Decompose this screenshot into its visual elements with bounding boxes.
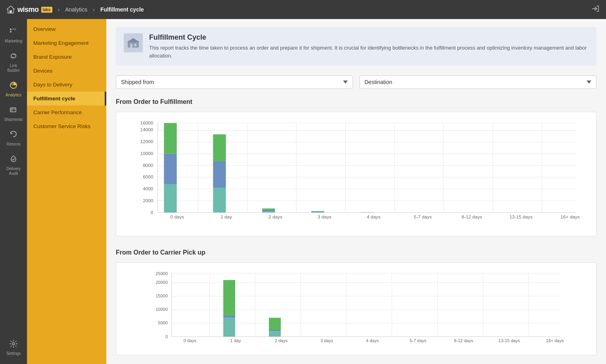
home-icon (6, 5, 15, 14)
subnav-fulfillment-cycle[interactable]: Fulfillment cycle (27, 92, 106, 105)
nav-label-delivery-audit: Delivery Audit (3, 167, 24, 176)
svg-text:6000: 6000 (143, 174, 153, 180)
subnav-devices[interactable]: Devices (27, 64, 106, 78)
chart1-area: 2000 4000 6000 8000 10000 12000 14000 (123, 119, 590, 230)
nav-item-shipments[interactable]: Shipments (2, 102, 25, 125)
chart1-title: From Order to Fulfillment (116, 98, 596, 105)
svg-text:5-7 days: 5-7 days (414, 214, 431, 220)
nav-label-marketing: Marketing (5, 39, 22, 44)
nav-label-analytics: Analytics (6, 93, 21, 98)
subnav-days-to-delivery[interactable]: Days to Delivery (27, 78, 106, 92)
svg-text:2 days: 2 days (268, 214, 282, 220)
bar2-green-2 (269, 318, 281, 330)
nav-label-returns: Returns (6, 142, 20, 147)
svg-text:14000: 14000 (140, 127, 153, 132)
nav-item-delivery-audit[interactable]: Delivery Audit (2, 151, 25, 179)
nav-item-marketing[interactable]: Ad Marketing (2, 24, 25, 47)
bar-teal-2 (262, 211, 275, 213)
subnav-carrier-performance[interactable]: Carrier Performance (27, 105, 106, 119)
svg-text:0 days: 0 days (170, 214, 184, 220)
breadcrumb-current: Fulfillment cycle (100, 6, 144, 13)
svg-text:13-15 days: 13-15 days (499, 338, 520, 343)
nav-item-returns[interactable]: Returns (2, 127, 25, 150)
chart2-svg: 5000 10000 15000 20000 25000 0 (123, 269, 590, 349)
chart2-section: From Order to Carrier Pick up 5000 10000… (116, 249, 596, 355)
svg-text:16+ days: 16+ days (560, 214, 579, 220)
chart1-container: 2000 4000 6000 8000 10000 12000 14000 (116, 112, 596, 236)
main-layout: Ad Marketing Link Builder Analytics Ship… (0, 19, 606, 364)
report-icon (124, 33, 143, 52)
nav-label-shipments: Shipments (4, 117, 23, 122)
svg-text:2000: 2000 (143, 198, 153, 203)
report-header: Fulfillment Cycle This report tracks the… (116, 27, 596, 66)
chart2-area: 5000 10000 15000 20000 25000 0 (123, 269, 590, 349)
svg-text:16000: 16000 (140, 120, 153, 126)
svg-text:8-12 days: 8-12 days (462, 214, 482, 220)
svg-rect-3 (10, 31, 12, 33)
bar-green-1 (213, 134, 226, 161)
icon-navigation: Ad Marketing Link Builder Analytics Ship… (0, 19, 27, 364)
subnav-brand-exposure[interactable]: Brand Exposure (27, 50, 106, 64)
svg-text:0 days: 0 days (184, 338, 197, 343)
svg-text:10000: 10000 (140, 151, 153, 156)
bar-blue-1 (213, 161, 226, 188)
svg-text:12000: 12000 (140, 139, 153, 144)
filters-row: Shipped from Destination (116, 75, 596, 89)
subnav-marketing-engagement[interactable]: Marketing Engagement (27, 36, 106, 50)
svg-text:2 days: 2 days (275, 338, 288, 343)
svg-text:3 days: 3 days (320, 338, 334, 343)
bar2-teal-2 (269, 331, 281, 337)
svg-text:4 days: 4 days (367, 214, 381, 220)
chart2-title: From Order to Carrier Pick up (116, 249, 596, 256)
subnav-customer-service-risks[interactable]: Customer Service Risks (27, 119, 106, 133)
shipped-from-select[interactable]: Shipped from (116, 75, 353, 89)
nav-item-analytics[interactable]: Analytics (2, 78, 25, 101)
svg-text:8000: 8000 (143, 163, 153, 168)
analytics-icon (9, 81, 18, 92)
bar2-green-1 (223, 280, 235, 316)
settings-icon (9, 339, 18, 350)
bar2-teal-1 (223, 318, 235, 337)
logo-badge: labs (41, 7, 52, 13)
svg-text:16+ days: 16+ days (546, 338, 564, 343)
svg-text:13-15 days: 13-15 days (509, 214, 533, 220)
chart2-container: 5000 10000 15000 20000 25000 0 (116, 262, 596, 355)
nav-item-settings[interactable]: Settings (2, 336, 25, 359)
svg-text:3 days: 3 days (318, 214, 332, 220)
logo: wismo labs (6, 5, 52, 14)
svg-text:10000: 10000 (155, 307, 168, 312)
svg-text:4 days: 4 days (366, 338, 379, 343)
svg-text:Ad: Ad (12, 27, 16, 31)
svg-text:5000: 5000 (158, 320, 168, 325)
bar-green-0 (164, 123, 176, 153)
bar-green-3 (311, 212, 324, 213)
logout-icon (592, 5, 600, 13)
warehouse-icon (127, 37, 140, 48)
breadcrumb-analytics[interactable]: Analytics (65, 6, 87, 13)
subnav-overview[interactable]: Overview (27, 22, 106, 36)
svg-point-7 (12, 343, 15, 345)
svg-text:5-7 days: 5-7 days (410, 338, 427, 343)
svg-text:0: 0 (165, 334, 168, 339)
report-description: This report tracks the time taken to pro… (149, 44, 589, 59)
svg-rect-9 (130, 44, 132, 48)
destination-select[interactable]: Destination (359, 75, 596, 89)
breadcrumb-sep1: › (58, 6, 60, 13)
link-icon (9, 52, 18, 62)
svg-rect-8 (128, 41, 139, 48)
exit-icon[interactable] (592, 5, 600, 15)
svg-text:1 day: 1 day (221, 214, 232, 220)
nav-item-link-builder[interactable]: Link Builder (2, 48, 25, 76)
delivery-audit-icon (9, 155, 18, 165)
bar-blue-0 (164, 154, 176, 184)
svg-rect-2 (10, 29, 12, 30)
svg-rect-10 (134, 44, 136, 46)
bar-blue-3 (311, 211, 324, 212)
bar2-blue-2 (269, 330, 281, 331)
svg-text:0: 0 (151, 210, 153, 215)
bar-teal-0 (164, 184, 176, 213)
chart1-svg: 2000 4000 6000 8000 10000 12000 14000 (123, 119, 590, 230)
svg-rect-6 (10, 108, 16, 112)
top-navigation: wismo labs › Analytics › Fulfillment cyc… (0, 0, 606, 19)
bar-blue-2 (262, 210, 275, 211)
